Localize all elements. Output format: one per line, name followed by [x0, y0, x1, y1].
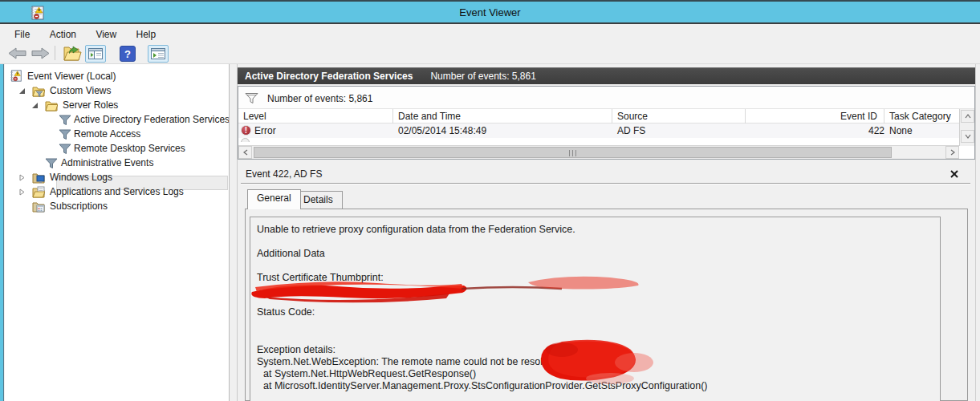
- menu-action[interactable]: Action: [50, 26, 76, 40]
- event-id-cell: 422: [746, 124, 884, 138]
- tree-label: Windows Logs: [50, 172, 112, 183]
- vertical-scrollbar[interactable]: [959, 109, 974, 146]
- filter-summary-text: Number of events: 5,861: [267, 93, 372, 104]
- horizontal-scroll-thumb[interactable]: [254, 147, 892, 158]
- tree-label: Server Roles: [63, 99, 118, 111]
- tree-item-adfs[interactable]: Active Directory Federation Services: [5, 112, 229, 127]
- general-tab-content: Unable to retrieve proxy configuration d…: [245, 209, 968, 401]
- tree-item-custom-views[interactable]: Custom Views: [5, 83, 229, 98]
- scroll-up-button[interactable]: [961, 110, 974, 123]
- tree-item-server-roles[interactable]: Server Roles: [5, 98, 229, 112]
- scroll-right-button[interactable]: [945, 146, 959, 159]
- filter-summary-row[interactable]: Number of events: 5,861: [238, 87, 974, 109]
- open-saved-log-icon[interactable]: [63, 46, 82, 62]
- level-cell: ! Error: [238, 124, 393, 138]
- detail-divider: [241, 183, 970, 184]
- filter-icon: [45, 157, 58, 169]
- scroll-down-button[interactable]: [961, 130, 974, 143]
- tab-general[interactable]: General: [247, 189, 301, 209]
- message-line: Trust Certificate Thumbprint:: [257, 272, 384, 283]
- column-header-event-id[interactable]: Event ID: [746, 109, 884, 124]
- event-viewer-icon: [10, 70, 22, 82]
- window-left-border: [0, 64, 4, 401]
- next-row-partial-icon: [241, 138, 250, 142]
- task-category-cell: None: [884, 124, 959, 138]
- message-line: Additional Data: [257, 248, 325, 259]
- filter-icon: [59, 128, 71, 140]
- back-icon[interactable]: [8, 47, 27, 59]
- tree-item-remote-access[interactable]: Remote Access: [5, 127, 229, 141]
- window-right-border: [975, 64, 980, 401]
- horizontal-scrollbar[interactable]: [238, 145, 959, 159]
- menu-help[interactable]: Help: [136, 26, 157, 40]
- message-line: Unable to retrieve proxy configuration d…: [257, 224, 575, 235]
- tree-label: Remote Access: [74, 128, 140, 140]
- message-line: System.Net.WebException: The remote name…: [257, 356, 562, 367]
- expanded-triangle-icon[interactable]: [18, 87, 26, 95]
- menu-view[interactable]: View: [96, 26, 116, 40]
- datetime-cell: 02/05/2014 15:48:49: [393, 124, 612, 138]
- filter-icon: [59, 143, 71, 155]
- window-title: Event Viewer: [0, 6, 980, 18]
- event-viewer-window: Event Viewer File Action View Help: [0, 0, 980, 401]
- tree-label: Remote Desktop Services: [74, 143, 185, 154]
- tree-label: Subscriptions: [50, 200, 108, 212]
- event-detail-pane: Event 422, AD FS General Details Unable …: [238, 163, 975, 401]
- console-tree-toggle-icon[interactable]: [85, 45, 106, 63]
- results-header-band: Active Directory Federation Services Num…: [238, 67, 975, 84]
- column-header-level[interactable]: Level: [238, 109, 393, 124]
- collapsed-triangle-icon[interactable]: [18, 174, 26, 181]
- title-bar[interactable]: Event Viewer: [0, 0, 980, 24]
- folder-icon: [45, 99, 58, 111]
- level-text: Error: [254, 125, 276, 136]
- message-line: at Microsoft.IdentityServer.Management.P…: [263, 380, 708, 391]
- filter-icon: [59, 114, 71, 126]
- results-header-title: Active Directory Federation Services: [245, 71, 413, 82]
- source-cell: AD FS: [612, 124, 746, 138]
- custom-views-folder-icon: [32, 85, 45, 97]
- console-tree: Event Viewer (Local) Custom Views Server…: [5, 64, 229, 401]
- tab-details[interactable]: Details: [294, 191, 343, 209]
- column-header-date[interactable]: Date and Time: [393, 109, 612, 124]
- help-icon[interactable]: ?: [120, 46, 136, 62]
- tree-item-event-viewer-local[interactable]: Event Viewer (Local): [5, 69, 229, 83]
- table-row[interactable]: ! Error 02/05/2014 15:48:49 AD FS 422 No…: [238, 124, 959, 138]
- table-header: Level Date and Time Source Event ID Task…: [238, 109, 959, 124]
- action-pane-toggle-icon[interactable]: [148, 45, 169, 63]
- message-line: at System.Net.HttpWebRequest.GetResponse…: [263, 368, 476, 379]
- filter-icon: [245, 92, 258, 104]
- close-icon[interactable]: [950, 169, 959, 179]
- scroll-left-button[interactable]: [238, 146, 252, 159]
- tree-item-windows-logs[interactable]: Windows Logs: [5, 170, 229, 184]
- message-line: Status Code:: [257, 306, 315, 318]
- menu-file[interactable]: File: [14, 26, 30, 40]
- menu-bar: File Action View Help: [0, 26, 980, 43]
- windows-logs-icon: [32, 172, 45, 184]
- toolbar: ?: [0, 43, 980, 64]
- column-header-task-category[interactable]: Task Category: [884, 109, 959, 124]
- tree-label: Event Viewer (Local): [27, 71, 116, 82]
- panel-splitter[interactable]: [229, 64, 238, 401]
- tree-item-remote-desktop-services[interactable]: Remote Desktop Services: [5, 141, 229, 156]
- tree-label: Custom Views: [50, 85, 111, 96]
- subscriptions-icon: [32, 200, 45, 213]
- detail-pane-title: Event 422, AD FS: [246, 168, 322, 180]
- tree-label: Applications and Services Logs: [50, 186, 184, 197]
- tree-item-applications-services-logs[interactable]: Applications and Services Logs: [5, 184, 229, 199]
- results-header-count: Number of events: 5,861: [430, 71, 535, 82]
- column-header-source[interactable]: Source: [612, 109, 746, 124]
- error-icon: !: [241, 125, 251, 136]
- expanded-triangle-icon[interactable]: [31, 102, 39, 109]
- event-list: Number of events: 5,861 Level Date and T…: [238, 86, 975, 160]
- tree-label: Administrative Events: [61, 157, 153, 168]
- tree-item-subscriptions[interactable]: Subscriptions: [5, 199, 229, 213]
- forward-icon[interactable]: [30, 47, 50, 59]
- toolbar-separator: [55, 46, 55, 60]
- tree-item-administrative-events[interactable]: Administrative Events: [5, 156, 229, 170]
- message-line: Exception details:: [257, 344, 335, 355]
- tree-label: Active Directory Federation Services: [74, 114, 230, 125]
- applications-logs-folder-icon: [32, 186, 45, 198]
- event-message-box[interactable]: Unable to retrieve proxy configuration d…: [250, 217, 941, 401]
- collapsed-triangle-icon[interactable]: [18, 188, 26, 196]
